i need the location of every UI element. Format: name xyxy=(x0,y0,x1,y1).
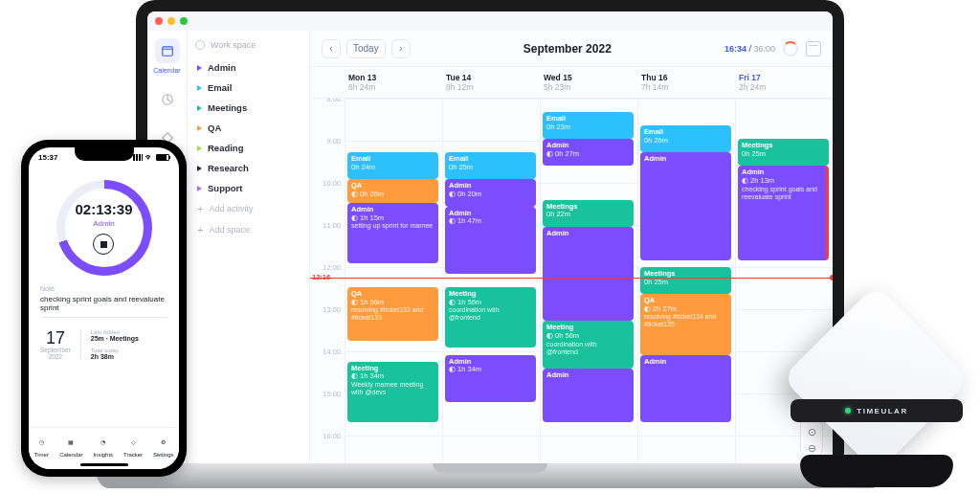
today-button[interactable]: Today xyxy=(346,39,386,58)
sidebar-activity-reading[interactable]: Reading xyxy=(195,138,301,158)
day-header-row: Mon 138h 24mTue 148h 12mWed 155h 23mThu … xyxy=(310,67,833,99)
insights-icon: ◔ xyxy=(96,435,111,450)
summary-month: September xyxy=(40,347,71,353)
tracker-base xyxy=(800,455,953,487)
stop-button[interactable] xyxy=(93,234,114,255)
timer-section: 02:13:39 Admin xyxy=(29,167,179,276)
tab-settings[interactable]: ⚙Settings xyxy=(153,435,174,458)
calendar-event[interactable]: QA◐ 2h 27mresolving #ticket134 and #tick… xyxy=(640,294,731,354)
last-added-value: 25m · Meetings xyxy=(91,335,139,342)
calendar-event[interactable]: Email0h 26m xyxy=(640,125,731,152)
calendar-event[interactable]: Admin xyxy=(640,152,731,260)
hour-label: 9:00 xyxy=(310,137,341,146)
chevron-right-icon xyxy=(197,125,202,131)
now-line xyxy=(310,278,833,279)
sidebar-activity-research[interactable]: Research xyxy=(195,158,301,178)
calendar-event[interactable]: Meetings0h 25m xyxy=(738,139,829,166)
chevron-right-icon xyxy=(197,105,202,111)
note-input[interactable]: checking sprint goals and reevaluate spr… xyxy=(40,292,167,318)
calendar-event[interactable]: Admin◐ 1h 34m xyxy=(445,355,536,402)
sidebar-activity-email[interactable]: Email xyxy=(195,78,301,98)
hour-label: 16:00 xyxy=(310,432,341,440)
minimize-dot[interactable] xyxy=(167,17,175,25)
tab-calendar[interactable]: ▦Calendar xyxy=(59,435,82,458)
tracker-band: TIMEULAR xyxy=(791,399,963,422)
calendar-event[interactable]: Email0h 24m xyxy=(347,152,438,179)
tab-tracker[interactable]: ◇Tracker xyxy=(123,435,143,458)
add-space[interactable]: + Add space xyxy=(195,219,301,240)
tab-insights[interactable]: ◔Insights xyxy=(93,435,113,458)
calendar-event[interactable]: Admin◐ 2h 13mchecking sprint goals and r… xyxy=(738,166,829,260)
phone-notch xyxy=(75,147,134,161)
calendar-event[interactable]: Admin xyxy=(543,227,634,322)
day-header[interactable]: Mon 138h 24m xyxy=(345,67,442,98)
calendar-event[interactable]: Admin xyxy=(640,355,731,422)
rail-calendar[interactable] xyxy=(155,38,180,63)
chevron-right-icon xyxy=(197,146,202,151)
day-summary: 17 September 2022 Last Added 25m · Meeti… xyxy=(29,318,179,371)
add-activity[interactable]: + Add activity xyxy=(195,198,301,219)
calendar-event[interactable]: Meetings0h 25m xyxy=(640,267,731,294)
day-column[interactable]: Email0h 23mAdmin◐ 0h 27mMeetings0h 22mAd… xyxy=(540,99,637,469)
day-header[interactable]: Tue 148h 12m xyxy=(442,67,540,98)
calendar-event[interactable]: Meeting◐ 0h 56mcoordination with @fronte… xyxy=(543,321,634,368)
battery-icon xyxy=(156,154,169,161)
svg-rect-0 xyxy=(162,47,172,56)
laptop-base xyxy=(96,463,884,488)
calendar-event[interactable]: Meeting◐ 1h 34mWeekly marnee meeting wit… xyxy=(347,362,438,422)
day-header[interactable]: Fri 172h 24m xyxy=(735,67,833,98)
calendar-event[interactable]: QA◐ 1h 56mresolving #ticket132 and #tick… xyxy=(347,287,438,341)
day-header[interactable]: Wed 155h 23m xyxy=(540,67,637,98)
day-column[interactable]: Email0h 24mQA◐ 0h 26mAdmin◐ 1h 15msettin… xyxy=(345,99,442,469)
plus-icon: + xyxy=(197,224,203,235)
settings-icon: ⚙ xyxy=(156,435,171,450)
gear-icon xyxy=(195,40,205,50)
next-button[interactable]: › xyxy=(391,39,411,58)
calendar-event[interactable]: Admin◐ 1h 15msetting up sprint for marne… xyxy=(347,203,438,263)
note-section: Note checking sprint goals and reevaluat… xyxy=(29,276,179,318)
prev-button[interactable]: ‹ xyxy=(322,39,341,58)
calendar-grid[interactable]: 8:009:0010:0011:0012:0013:0014:0015:0016… xyxy=(310,99,833,469)
calendar-event[interactable]: Admin xyxy=(543,369,634,422)
sidebar-activity-admin[interactable]: Admin xyxy=(195,57,301,78)
calendar-event[interactable]: Email0h 23m xyxy=(543,112,634,139)
sidebar-activity-support[interactable]: Support xyxy=(195,178,301,198)
summary-day: 17 xyxy=(40,329,71,347)
tracker-device: TIMEULAR xyxy=(791,305,963,487)
wifi-icon: ᯤ xyxy=(145,153,153,162)
sidebar-activity-meetings[interactable]: Meetings xyxy=(195,98,301,118)
signal-icon xyxy=(133,154,143,161)
calendar-event[interactable]: Meetings0h 22m xyxy=(543,200,634,227)
calendar-event[interactable]: Admin◐ 0h 27m xyxy=(543,139,634,166)
hour-label: 8:00 xyxy=(310,99,341,103)
current-time: 16:34 xyxy=(724,44,746,54)
day-header[interactable]: Thu 167h 14m xyxy=(637,67,735,98)
calendar-main: ‹ Today › September 2022 16:34 / 36:00 M… xyxy=(310,31,833,469)
rail-reports[interactable] xyxy=(155,87,180,112)
maximize-dot[interactable] xyxy=(180,17,188,25)
mini-calendar-icon[interactable] xyxy=(806,41,821,56)
hour-label: 13:00 xyxy=(310,305,341,314)
calendar-icon: ▦ xyxy=(63,435,78,450)
hour-label: 12:00 xyxy=(310,263,341,272)
sidebar-activity-qa[interactable]: QA xyxy=(195,118,301,138)
calendar-event[interactable]: Email0h 25m xyxy=(445,152,536,179)
chevron-right-icon xyxy=(197,166,202,171)
workspace-header[interactable]: Work space xyxy=(195,40,301,50)
calendar-event[interactable]: Meeting◐ 1h 56mcoordination with @fronte… xyxy=(445,287,536,347)
day-column[interactable]: Email0h 26mAdminMeetings0h 25mQA◐ 2h 27m… xyxy=(637,99,735,469)
calendar-event[interactable]: QA◐ 0h 26m xyxy=(347,179,438,203)
total-today-value: 2h 38m xyxy=(91,353,139,360)
day-column[interactable]: Email0h 25mAdmin◐ 0h 20mAdmin◐ 1h 47mMee… xyxy=(442,99,540,469)
close-dot[interactable] xyxy=(155,17,163,25)
title-month: September 2022 xyxy=(523,42,612,56)
calendar-event[interactable]: Admin◐ 1h 47m xyxy=(445,207,536,274)
timer-activity[interactable]: Admin xyxy=(75,219,132,228)
timer-elapsed: 02:13:39 xyxy=(75,201,132,217)
home-indicator xyxy=(80,463,128,466)
rail-calendar-label: Calendar xyxy=(153,67,180,74)
tracker-brand: TIMEULAR xyxy=(857,407,907,415)
calendar-event[interactable]: Admin◐ 0h 20m xyxy=(445,179,536,206)
tab-timer[interactable]: ◷Timer xyxy=(33,435,49,458)
hour-label: 11:00 xyxy=(310,221,341,230)
